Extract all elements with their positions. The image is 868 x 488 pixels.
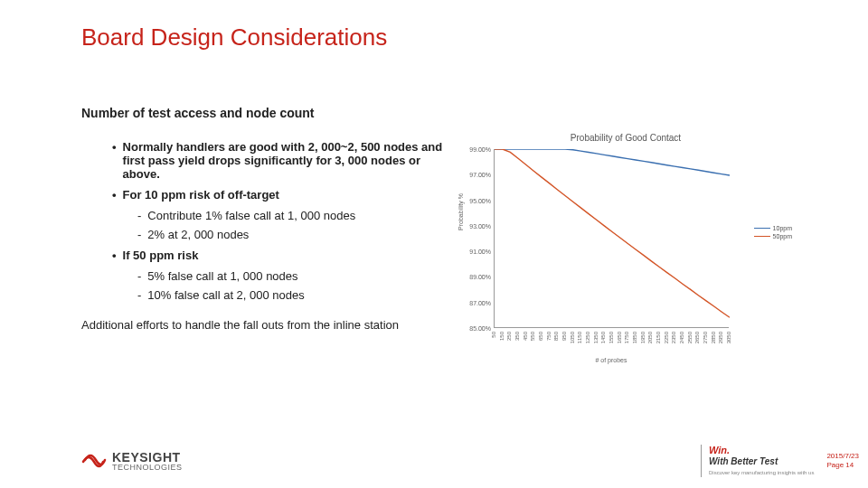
- chart-title: Probability of Good Contact: [454, 133, 797, 143]
- x-tick: 2250: [664, 332, 669, 343]
- x-tick: 2950: [718, 332, 723, 343]
- x-tick: 2750: [703, 332, 708, 343]
- bullet-2b: 2% at 2, 000 nodes: [137, 228, 443, 241]
- keysight-logo: KEYSIGHT TECHNOLOGIES: [81, 449, 183, 473]
- x-tick: 2350: [671, 332, 676, 343]
- bullet-2: For 10 ppm risk of off-target: [112, 188, 443, 202]
- x-tick: 1950: [640, 332, 646, 343]
- bullet-3a: 5% false call at 1, 000 nodes: [137, 269, 443, 283]
- logo-name: KEYSIGHT: [112, 451, 183, 464]
- x-tick: 50: [491, 332, 496, 338]
- logo-icon: [81, 449, 107, 473]
- bullet-1: Normally handlers are good with 2, 000~2…: [112, 140, 443, 181]
- bullet-3: If 50 ppm risk: [112, 249, 443, 262]
- x-tick: 2550: [687, 332, 693, 343]
- x-tick: 1550: [609, 332, 614, 343]
- x-tick: 1050: [570, 332, 575, 343]
- slide-date: 2015/7/23: [826, 452, 859, 461]
- x-tick: 350: [514, 332, 520, 341]
- x-tick: 2150: [656, 332, 661, 343]
- y-tick: 95.00%: [469, 197, 495, 203]
- x-tick: 1350: [593, 332, 599, 343]
- logo-sub: TECHNOLOGIES: [112, 464, 183, 472]
- slide-title: Board Design Considerations: [81, 23, 787, 52]
- x-tick: 150: [499, 332, 505, 341]
- slide-meta: 2015/7/23 Page 14: [826, 452, 859, 471]
- bullet-2a: Contribute 1% false call at 1, 000 nodes: [137, 209, 443, 222]
- x-tick: 1850: [632, 332, 637, 343]
- x-tick: 250: [506, 332, 512, 341]
- y-axis-label: Probability %: [458, 193, 464, 230]
- legend-item: 10ppm: [754, 225, 792, 231]
- slide-footer: KEYSIGHT TECHNOLOGIES Win. With Better T…: [81, 445, 859, 477]
- tail-note: Additional efforts to handle the fall ou…: [81, 318, 416, 332]
- x-tick: 2050: [647, 332, 653, 343]
- legend-item: 50ppm: [754, 233, 792, 239]
- x-tick: 1750: [624, 332, 629, 343]
- x-tick: 650: [538, 332, 543, 341]
- x-tick: 850: [553, 332, 559, 341]
- chart-legend: 10ppm50ppm: [754, 223, 792, 241]
- x-tick: 750: [546, 332, 552, 341]
- y-tick: 99.00%: [469, 146, 495, 153]
- x-tick: 1150: [577, 332, 582, 343]
- x-tick: 1450: [600, 332, 606, 343]
- y-tick: 87.00%: [469, 299, 495, 305]
- y-tick: 91.00%: [469, 249, 495, 255]
- y-tick: 85.00%: [469, 325, 495, 332]
- x-tick: 2650: [694, 332, 700, 343]
- x-tick: 2850: [711, 332, 716, 343]
- x-tick: 450: [523, 332, 528, 341]
- x-axis-label: # of probes: [494, 357, 729, 363]
- x-tick: 2450: [679, 332, 684, 343]
- probability-chart: Probability of Good Contact Probability …: [454, 133, 797, 366]
- slide-page: Page 14: [826, 461, 859, 470]
- bullet-3b: 10% false call at 2, 000 nodes: [137, 288, 443, 302]
- section-subtitle: Number of test access and node count: [81, 106, 787, 120]
- tagline: Win. With Better Test Discover key manuf…: [701, 445, 814, 477]
- y-tick: 97.00%: [469, 172, 495, 178]
- x-tick: 1250: [585, 332, 590, 343]
- x-tick: 1650: [617, 332, 622, 343]
- x-tick: 550: [530, 332, 535, 341]
- x-tick: 3050: [726, 332, 731, 343]
- text-column: Normally handlers are good with 2, 000~2…: [81, 133, 443, 332]
- y-tick: 93.00%: [469, 222, 495, 229]
- y-tick: 89.00%: [469, 274, 495, 280]
- x-tick: 950: [561, 332, 567, 341]
